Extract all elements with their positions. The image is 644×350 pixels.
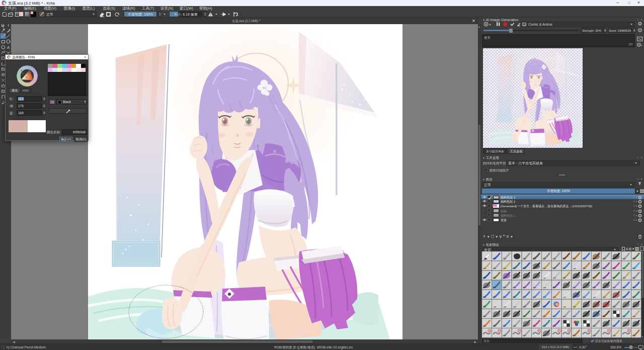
svg-text:A: A xyxy=(7,45,10,50)
